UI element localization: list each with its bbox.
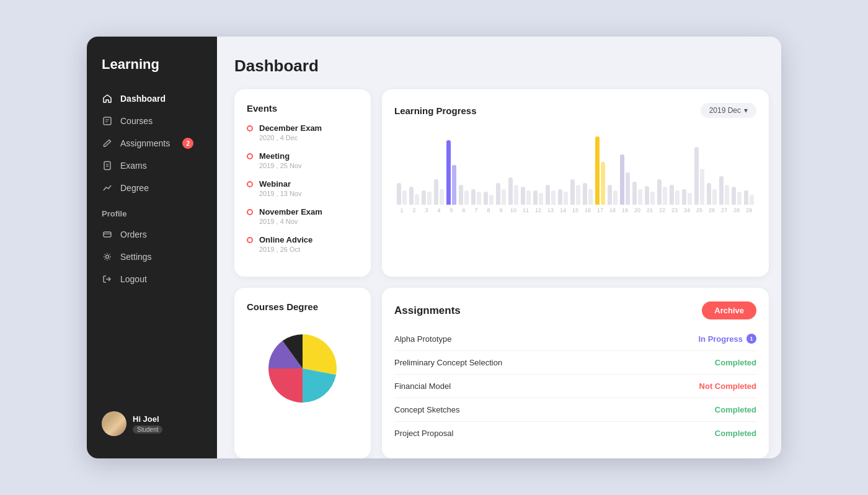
bar-label: 20 <box>632 207 642 213</box>
bar-group <box>694 136 704 205</box>
svg-rect-0 <box>104 117 111 125</box>
bar-column <box>434 136 444 205</box>
bar-group <box>459 136 469 205</box>
bar-label: 10 <box>508 207 518 213</box>
bar-column <box>484 136 494 205</box>
bar-label: 25 <box>694 207 704 213</box>
bar-b <box>427 192 432 205</box>
bar-column <box>670 136 680 205</box>
file-icon <box>102 160 113 171</box>
event-date: 2019 , 4 Nov <box>259 218 322 225</box>
learning-progress-card: Learning Progress 2019 Dec ▾ <box>382 89 769 277</box>
bar-b <box>402 190 407 205</box>
bar-b <box>638 189 642 205</box>
bar-column <box>558 136 568 205</box>
event-date: 2019 , 26 Oct <box>259 246 312 253</box>
user-name: Hi Joel <box>133 414 162 424</box>
event-name: November Exam <box>259 207 322 216</box>
bar-group <box>558 136 568 205</box>
status-completed: Completed <box>715 429 756 438</box>
bar-a <box>496 183 500 205</box>
bar-column <box>508 136 518 205</box>
bar-column <box>682 136 692 205</box>
bar-column <box>608 136 618 205</box>
event-date: 2020 , 4 Dec <box>259 134 322 141</box>
bar-a <box>670 185 674 205</box>
chevron-down-icon: ▾ <box>744 106 748 115</box>
sidebar-item-label: Dashboard <box>120 94 166 104</box>
bar-group <box>434 136 444 205</box>
bar-a <box>422 190 426 205</box>
progress-header: Learning Progress 2019 Dec ▾ <box>394 103 756 118</box>
sidebar-item-orders[interactable]: Orders <box>87 223 217 246</box>
bar-label: 16 <box>583 207 593 213</box>
bar-group <box>657 136 667 205</box>
status-completed: Completed <box>715 358 756 367</box>
bar-a <box>719 176 724 205</box>
event-details: Online Advice 2019 , 26 Oct <box>259 235 312 253</box>
bar-label: 7 <box>471 207 481 213</box>
bar-b <box>588 189 593 205</box>
bar-label: 6 <box>459 207 469 213</box>
bar-column <box>533 136 543 205</box>
sidebar-item-courses[interactable]: Courses <box>87 110 217 132</box>
bar-column <box>446 136 456 205</box>
bar-b <box>650 192 655 205</box>
sidebar-item-degree[interactable]: Degree <box>87 177 217 199</box>
avatar-image <box>102 411 126 436</box>
bar-label: 4 <box>434 207 444 213</box>
pie-segment <box>303 334 337 375</box>
sidebar-brand: Learning <box>87 56 217 87</box>
sidebar-item-label: Settings <box>120 252 152 262</box>
bar-group <box>595 136 605 205</box>
bar-column <box>397 136 407 205</box>
event-dot <box>247 125 253 132</box>
bar-column <box>422 136 432 205</box>
bar-b <box>613 190 618 205</box>
bar-label: 17 <box>595 207 605 213</box>
sidebar-item-dashboard[interactable]: Dashboard <box>87 87 217 110</box>
degree-title: Courses Degree <box>247 301 358 312</box>
bar-column <box>645 136 655 205</box>
avatar <box>102 411 126 436</box>
sidebar-item-label: Exams <box>120 161 147 171</box>
bar-group <box>632 136 642 205</box>
event-details: December Exam 2020 , 4 Dec <box>259 123 322 141</box>
date-selector-button[interactable]: 2019 Dec ▾ <box>701 103 756 118</box>
archive-button[interactable]: Archive <box>702 301 756 319</box>
sidebar-item-logout[interactable]: Logout <box>87 268 217 290</box>
event-item: Online Advice 2019 , 26 Oct <box>247 235 358 253</box>
bar-group <box>546 136 556 205</box>
bar-b <box>725 185 729 205</box>
bar-column <box>409 136 419 205</box>
event-date: 2019 , 25 Nov <box>259 162 302 169</box>
assignment-row: Preliminary Concept Selection Completed <box>394 351 756 375</box>
status-in-progress: In Progress 1 <box>698 334 756 344</box>
event-details: November Exam 2019 , 4 Nov <box>259 207 322 225</box>
bar-a <box>595 136 600 205</box>
sidebar-item-exams[interactable]: Exams <box>87 154 217 177</box>
bar-label: 9 <box>496 207 506 213</box>
sidebar-item-assignments[interactable]: Assignments 2 <box>87 132 217 154</box>
bar-a <box>657 179 662 205</box>
sidebar: Learning Dashboard Courses <box>87 37 217 458</box>
sidebar-item-settings[interactable]: Settings <box>87 246 217 268</box>
assignment-row: Financial Model Not Completed <box>394 375 756 398</box>
bar-group <box>471 136 481 205</box>
bar-label: 24 <box>682 207 692 213</box>
sidebar-item-label: Logout <box>120 274 147 284</box>
bar-label: 12 <box>533 207 543 213</box>
assignments-title: Assignments <box>394 305 461 317</box>
assignment-name: Project Proposal <box>394 429 453 438</box>
assignment-name: Alpha Prototype <box>394 334 452 344</box>
card-icon <box>102 229 113 240</box>
bar-label: 3 <box>422 207 432 213</box>
assignment-name: Preliminary Concept Selection <box>394 358 502 367</box>
dashboard-grid: Events December Exam 2020 , 4 Dec Meetin… <box>234 89 764 458</box>
event-name: December Exam <box>259 123 322 133</box>
assignments-list: Alpha Prototype In Progress 1 Preliminar… <box>394 327 756 445</box>
event-date: 2019 , 13 Nov <box>259 190 302 197</box>
bar-label: 18 <box>608 207 618 213</box>
assignments-badge: 2 <box>182 138 193 149</box>
events-list: December Exam 2020 , 4 Dec Meeting 2019 … <box>247 123 358 253</box>
